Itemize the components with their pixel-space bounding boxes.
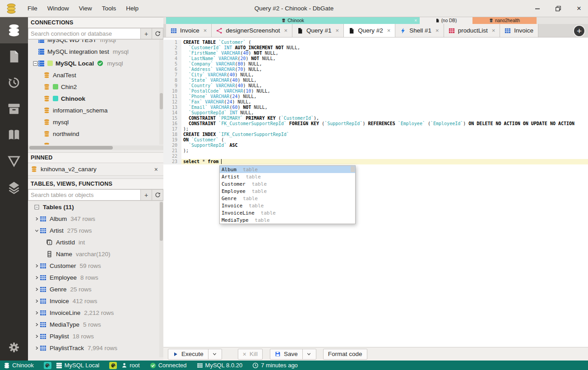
menu-help[interactable]: Help: [121, 0, 144, 17]
autocomplete-item-invoice[interactable]: Invoicetable: [220, 202, 355, 209]
statusbar-connection[interactable]: MySQL Local: [56, 362, 100, 369]
connection-item-mysql-integration-test[interactable]: MySQL integration testmysql: [28, 46, 163, 57]
database-item-mysql[interactable]: mysql: [28, 116, 163, 128]
activity-archive[interactable]: [0, 96, 28, 122]
activity-settings[interactable]: [0, 334, 28, 361]
tables-search-input[interactable]: [28, 189, 141, 201]
format-code-button[interactable]: Format code: [323, 349, 367, 360]
connection-item-mysql-local[interactable]: MySQL Localmysql: [28, 57, 163, 69]
database-item[interactable]: [28, 140, 163, 145]
pinned-item[interactable]: knihovna_v2_canary ×: [28, 163, 163, 176]
database-item-chinook[interactable]: Chinook: [28, 93, 163, 104]
table-item-mediatype[interactable]: MediaType5 rows: [28, 318, 163, 330]
tab-close-icon[interactable]: ×: [435, 27, 439, 34]
execute-button[interactable]: Execute: [168, 349, 222, 360]
close-icon[interactable]: ×: [414, 18, 417, 23]
menu-tools[interactable]: Tools: [97, 0, 121, 17]
database-item-chin2[interactable]: Chin2: [28, 81, 163, 93]
chevron-right-icon[interactable]: [33, 275, 40, 280]
menu-file[interactable]: File: [23, 0, 42, 17]
activity-favorites-book[interactable]: [0, 122, 28, 148]
add-table-button[interactable]: +: [141, 189, 152, 201]
database-item-information-schema[interactable]: information_schema: [28, 104, 163, 116]
table-item-invoice[interactable]: Invoice412 rows: [28, 295, 163, 307]
sql-editor[interactable]: 1CREATE TABLE `Customer` (2 `CustomerId`…: [163, 37, 588, 347]
autocomplete-item-employee[interactable]: Employeetable: [220, 187, 355, 195]
autocomplete-item-invoiceline[interactable]: InvoiceLinetable: [220, 209, 355, 216]
minimize-icon[interactable]: [533, 4, 542, 13]
refresh-connections-icon[interactable]: [152, 28, 163, 39]
add-connection-button[interactable]: +: [141, 28, 152, 39]
group-tab-nano2health[interactable]: nano2health: [472, 17, 537, 24]
chevron-right-icon[interactable]: [33, 346, 40, 351]
table-item-playlist[interactable]: Playlist18 rows: [28, 330, 163, 342]
tab-close-icon[interactable]: ×: [284, 27, 287, 34]
collapse-icon[interactable]: [33, 205, 40, 210]
connection-color-badge[interactable]: [109, 362, 117, 369]
execute-dropdown-chevron-icon[interactable]: [208, 349, 217, 359]
table-item-artist[interactable]: Artist275 rows: [28, 225, 163, 236]
tab-query-1[interactable]: Query #1×: [292, 24, 344, 37]
tab-productlist[interactable]: productList×: [444, 24, 500, 37]
table-item-employee[interactable]: Employee8 rows: [28, 272, 163, 283]
autocomplete-item-album[interactable]: Albumtable: [220, 166, 355, 173]
new-tab-button[interactable]: +: [573, 25, 585, 37]
tables-scrollbar-thumb[interactable]: [160, 202, 163, 241]
tab-close-icon[interactable]: ×: [387, 27, 391, 34]
group-tab-nodb[interactable]: (no DB): [420, 17, 472, 24]
connections-search-input[interactable]: [28, 28, 141, 39]
chevron-right-icon[interactable]: [33, 216, 40, 221]
chevron-right-icon[interactable]: [33, 310, 40, 315]
database-item-analtest[interactable]: AnalTest: [28, 69, 163, 81]
save-dropdown-chevron-icon[interactable]: [302, 349, 311, 359]
tab-invoice[interactable]: Invoice: [500, 24, 538, 37]
activity-files[interactable]: [0, 43, 28, 70]
close-icon[interactable]: ×: [574, 4, 583, 13]
tab-close-icon[interactable]: ×: [492, 27, 495, 34]
autocomplete-item-customer[interactable]: Customertable: [220, 180, 355, 187]
tab-designerscreenshot[interactable]: designerScreenshot×: [212, 24, 292, 37]
tab-query-2[interactable]: Query #2×: [344, 24, 395, 37]
table-item-playlisttrack[interactable]: PlaylistTrack7,994 rows: [28, 342, 163, 354]
table-item-customer[interactable]: Customer59 rows: [28, 260, 163, 272]
autocomplete-scrollbar-thumb[interactable]: [351, 166, 355, 172]
tab-invoice[interactable]: Invoice×: [166, 24, 212, 37]
chevron-right-icon[interactable]: [33, 299, 40, 304]
activity-history[interactable]: [0, 70, 28, 96]
column-item-name[interactable]: Namevarchar(120): [28, 248, 163, 260]
unpin-close-icon[interactable]: ×: [154, 166, 158, 173]
activity-query-designer-funnel[interactable]: [0, 148, 28, 174]
table-item-genre[interactable]: Genre25 rows: [28, 283, 163, 295]
chevron-down-icon[interactable]: [33, 228, 40, 233]
table-item-album[interactable]: Album347 rows: [28, 213, 163, 225]
chevron-right-icon[interactable]: [33, 322, 40, 327]
chevron-right-icon[interactable]: [33, 334, 40, 339]
autocomplete-item-mediatype[interactable]: MediaTypetable: [220, 216, 355, 224]
autocomplete-item-genre[interactable]: Genretable: [220, 195, 355, 202]
connection-item-mysql-wd-test[interactable]: MySQL WD TESTmysql: [28, 40, 163, 46]
tables-group[interactable]: Tables (11): [28, 201, 163, 213]
connections-scrollbar-thumb[interactable]: [160, 93, 163, 109]
maximize-icon[interactable]: [554, 4, 563, 13]
chevron-right-icon[interactable]: [33, 287, 40, 292]
database-item-northwind[interactable]: northwind: [28, 128, 163, 140]
autocomplete-item-artist[interactable]: Artisttable: [220, 173, 355, 180]
tab-close-icon[interactable]: ×: [336, 27, 339, 34]
menu-window[interactable]: Window: [42, 0, 74, 17]
table-item-invoiceline[interactable]: InvoiceLine2,212 rows: [28, 307, 163, 318]
kill-button[interactable]: × Kill: [238, 349, 263, 360]
activity-plugins-layers[interactable]: [0, 174, 28, 201]
save-button[interactable]: Save: [270, 349, 316, 360]
connections-hscrollbar-thumb[interactable]: [29, 146, 113, 150]
tab-close-icon[interactable]: ×: [204, 27, 207, 34]
column-item-artistid[interactable]: 1ArtistIdint: [28, 236, 163, 248]
group-tab-chinook[interactable]: Chinook×: [166, 17, 420, 24]
chevron-right-icon[interactable]: [33, 263, 40, 268]
tab-shell-1[interactable]: Shell #1×: [395, 24, 444, 37]
database-color-badge[interactable]: [44, 362, 51, 369]
menu-view[interactable]: View: [74, 0, 97, 17]
collapse-icon[interactable]: [32, 61, 38, 66]
activity-database[interactable]: [0, 17, 28, 43]
refresh-tables-icon[interactable]: [152, 189, 163, 201]
statusbar-database[interactable]: Chinook: [4, 362, 34, 369]
